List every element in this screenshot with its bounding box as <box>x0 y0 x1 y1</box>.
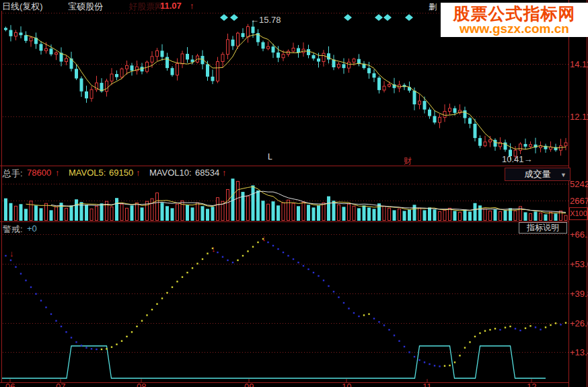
site-watermark: 股票公式指标网 www.gszx.com.cn <box>441 3 588 37</box>
svg-text:↓: ↓ <box>9 248 14 258</box>
price-axis-label: 12.11 <box>570 112 588 122</box>
indicator-dot-series <box>5 238 566 367</box>
indicator-select-dropdown[interactable]: 成交量 ▼ <box>505 168 571 181</box>
price-axis-label: 14.11 <box>570 59 588 69</box>
svg-text:↓: ↓ <box>262 233 266 243</box>
faint-watermark: 好股票网 <box>128 1 163 13</box>
alert-signal-line <box>1 346 546 378</box>
stock-name[interactable]: 宝硕股份 <box>68 1 103 13</box>
indicator-help-button[interactable]: 指标说明 <box>519 222 567 234</box>
diamond-markers <box>220 14 413 21</box>
sell-signal-arrows: ↓↓↓ <box>9 233 266 258</box>
trough-price-annotation: 10.41→ <box>502 154 533 164</box>
time-axis-label: 12 <box>527 382 536 387</box>
stray-mark-l: L <box>268 152 272 162</box>
indicator-axis-label: +66.1 <box>570 230 588 240</box>
volume-unit-box: X100 <box>569 207 588 220</box>
last-price: 11.07 <box>160 1 182 11</box>
time-axis-label: 09 <box>244 382 254 387</box>
mavol10-label: MAVOL10: <box>149 168 192 178</box>
time-axis-label: 06 <box>5 382 15 387</box>
mavol5-label: MAVOL5: <box>69 168 106 178</box>
volume-axis-label: 2667 <box>570 196 588 206</box>
mavol10-value: 68534 <box>195 168 219 178</box>
up-arrow-icon: ↑ <box>222 168 227 178</box>
pane-borders <box>0 0 587 387</box>
volume-label: 总手: <box>3 168 23 180</box>
peak-price-annotation: ←15.78 <box>250 15 281 25</box>
stray-mark-cai: 财 <box>404 155 412 167</box>
time-axis-label: 11 <box>422 382 432 387</box>
indicator-axis-label: +26.6 <box>570 318 588 328</box>
price-up-arrow-icon: ↑ <box>190 1 194 11</box>
volume-value: 78600 <box>27 168 51 178</box>
chevron-down-icon: ▼ <box>560 169 566 181</box>
mavol5-value: 69150 <box>109 168 133 178</box>
chart-canvas[interactable]: ↓↓↓ <box>0 0 588 387</box>
time-axis-label: 08 <box>137 382 146 387</box>
gridlines <box>3 13 568 353</box>
dropdown-label: 成交量 <box>525 169 551 179</box>
svg-text:↓: ↓ <box>211 244 216 254</box>
up-arrow-icon: ↑ <box>136 168 141 178</box>
indicator-axis-label: +13.4 <box>570 347 588 357</box>
watermark-url: www.gszx.com.cn <box>441 22 588 36</box>
candlestick-series <box>4 21 567 162</box>
time-axis-label: 10 <box>342 382 351 387</box>
stray-character: 删 <box>429 1 437 13</box>
period-label[interactable]: 日线(复权) <box>2 1 43 13</box>
indicator-name: 警戒: <box>3 223 23 236</box>
volume-bar-series <box>4 178 567 221</box>
time-axis-ticks <box>10 379 531 382</box>
indicator-axis-label: +39.8 <box>570 289 588 299</box>
volume-axis-label: 5242 <box>570 179 588 189</box>
up-arrow-icon: ↑ <box>55 168 60 178</box>
indicator-axis-label: +53.0 <box>570 259 588 269</box>
time-axis-label: 07 <box>56 382 65 387</box>
trading-app-window: ↓↓↓ 日线(复权) 宝硕股份 好股票网 11.07 ↑ 删 股票公式指标网 w… <box>0 0 588 387</box>
indicator-value: +0 <box>27 223 37 234</box>
